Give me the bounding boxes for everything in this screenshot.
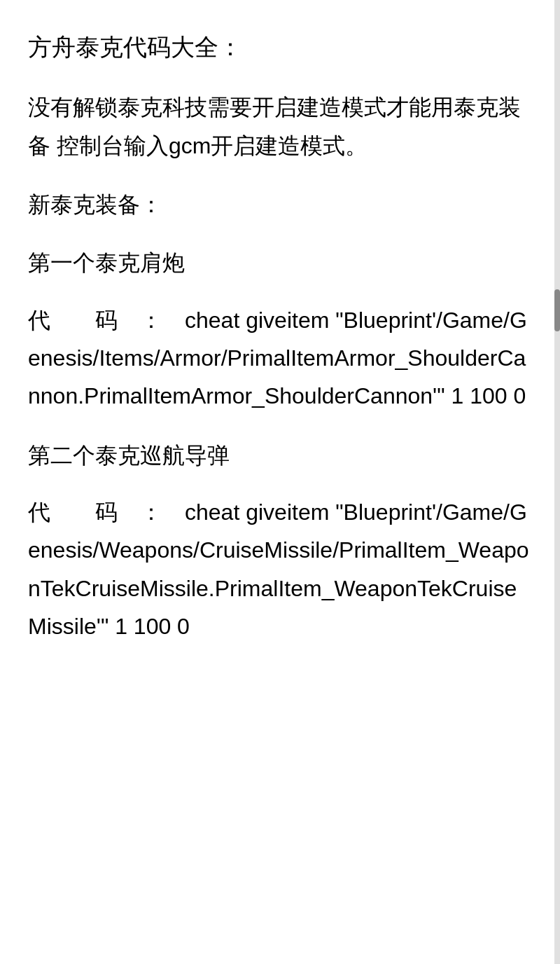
item1-code: 代 码 ： cheat giveitem "Blueprint'/Game/Ge… (28, 301, 532, 415)
content-area: 方舟泰克代码大全： 没有解锁泰克科技需要开启建造模式才能用泰克装备 控制台输入g… (28, 28, 532, 645)
page-title: 方舟泰克代码大全： (28, 28, 532, 66)
item2-title: 第二个泰克巡航导弹 (28, 438, 532, 474)
scrollbar[interactable] (554, 0, 560, 964)
description-text: 没有解锁泰克科技需要开启建造模式才能用泰克装备 控制台输入gcm开启建造模式。 (28, 88, 532, 165)
item2-code: 代 码 ： cheat giveitem "Blueprint'/Game/Ge… (28, 493, 532, 646)
new-equipment-title: 新泰克装备： (28, 187, 532, 223)
item1-title: 第一个泰克肩炮 (28, 245, 532, 281)
scrollbar-thumb[interactable] (554, 289, 560, 331)
